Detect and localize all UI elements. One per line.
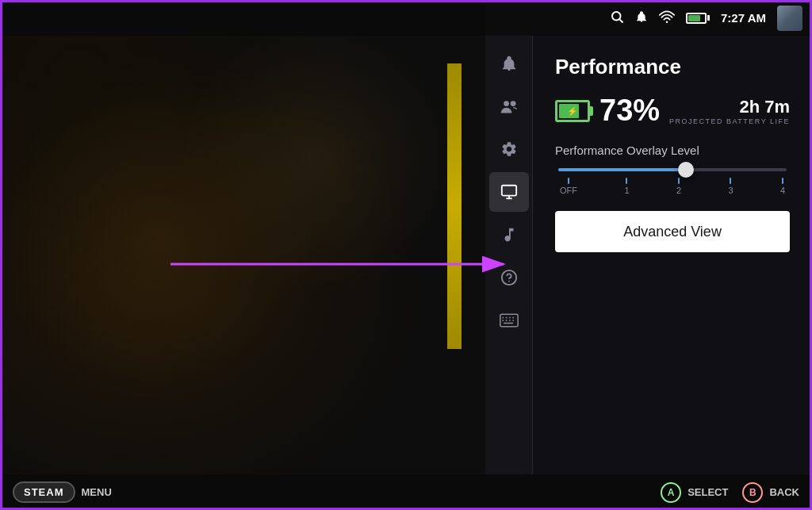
svg-point-9 (508, 281, 510, 282)
slider-tick-1: 1 (624, 178, 629, 195)
battery-left: ⚡ 73% (555, 94, 660, 128)
avatar[interactable] (777, 6, 802, 31)
performance-title: Performance (555, 55, 790, 79)
battery-time: 2h 7m (669, 97, 790, 117)
slider-tick-3: 3 (728, 178, 733, 195)
back-label: BACK (769, 486, 799, 498)
svg-point-2 (666, 21, 668, 23)
performance-panel: Performance ⚡ 73% 2h 7m PROJECTED BATTER… (533, 36, 812, 474)
overlay-level-label: Performance Overlay Level (555, 144, 790, 157)
slider-tick-off: OFF (560, 178, 577, 195)
sidebar-item-keyboard[interactable] (489, 301, 529, 340)
select-label: SELECT (688, 486, 728, 498)
sidebar-item-settings[interactable] (489, 129, 529, 169)
steam-button[interactable]: STEAM (13, 481, 75, 503)
wifi-icon (659, 10, 675, 26)
sidebar-item-music[interactable] (489, 215, 529, 255)
slider-fill (558, 168, 686, 171)
back-action: B BACK (742, 482, 799, 503)
game-background (0, 0, 485, 476)
sidebar-item-help[interactable] (489, 258, 529, 297)
bottom-bar: STEAM MENU A SELECT B BACK (0, 474, 812, 510)
svg-rect-5 (501, 186, 515, 196)
slider-track[interactable] (558, 168, 787, 171)
svg-point-0 (612, 12, 621, 21)
notification-icon[interactable] (635, 10, 648, 27)
menu-label: MENU (82, 486, 112, 498)
search-icon[interactable] (610, 10, 624, 27)
battery-status-icon (686, 13, 710, 24)
slider-tick-4: 4 (780, 178, 785, 195)
battery-projected-label: PROJECTED BATTERY LIFE (669, 117, 790, 125)
slider-tick-2: 2 (676, 178, 681, 195)
slider-ticks: OFF 1 2 3 4 (558, 178, 787, 195)
status-bar: 7:27 AM (0, 0, 812, 36)
svg-point-4 (510, 101, 515, 106)
steam-label: STEAM (24, 486, 64, 498)
sidebar-item-notifications[interactable] (489, 44, 529, 83)
sidebar-item-friends[interactable] (489, 86, 529, 126)
svg-line-1 (619, 19, 622, 22)
a-button[interactable]: A (661, 482, 681, 503)
side-nav (485, 36, 533, 476)
advanced-view-button[interactable]: Advanced View (555, 211, 790, 252)
status-time: 7:27 AM (721, 11, 766, 25)
battery-right: 2h 7m PROJECTED BATTERY LIFE (669, 97, 790, 125)
yellow-streak (447, 63, 462, 349)
battery-display: ⚡ 73% 2h 7m PROJECTED BATTERY LIFE (555, 94, 790, 128)
slider-thumb[interactable] (678, 162, 694, 178)
battery-large-icon: ⚡ (555, 100, 590, 122)
battery-percent: 73% (599, 94, 660, 128)
sidebar-item-performance[interactable] (489, 172, 529, 212)
b-button[interactable]: B (742, 482, 763, 503)
bottom-right-controls: A SELECT B BACK (661, 482, 799, 503)
select-action: A SELECT (661, 482, 728, 503)
slider-container: OFF 1 2 3 4 (555, 168, 790, 195)
svg-point-3 (504, 101, 509, 106)
